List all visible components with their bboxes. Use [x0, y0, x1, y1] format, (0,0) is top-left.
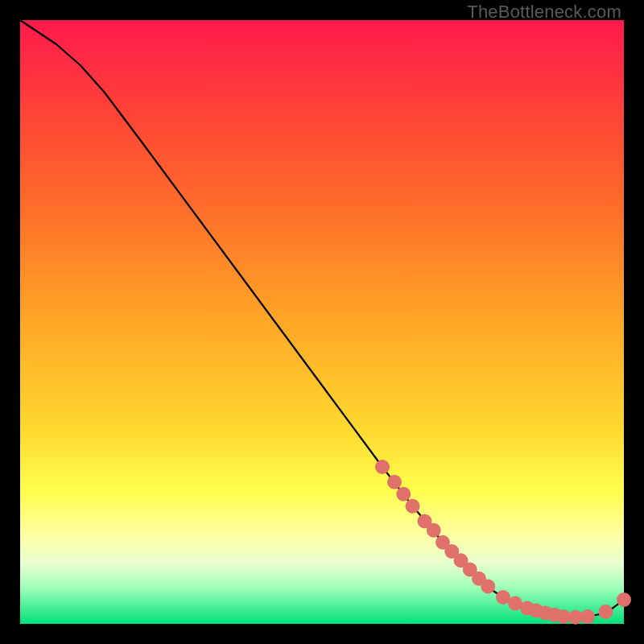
highlight-dots — [375, 460, 631, 625]
bottleneck-curve — [20, 20, 624, 617]
highlight-dot — [599, 605, 613, 619]
highlight-dot — [396, 487, 411, 502]
chart-frame: TheBottleneck.com — [0, 0, 644, 644]
highlight-dot — [427, 523, 441, 538]
highlight-dot — [481, 580, 495, 594]
highlight-dot — [580, 609, 595, 624]
highlight-dot — [375, 460, 390, 474]
highlight-dot — [406, 499, 420, 514]
chart-svg — [20, 20, 624, 624]
plot-area — [20, 20, 624, 624]
highlight-dot — [617, 592, 631, 607]
highlight-dot — [387, 475, 402, 489]
